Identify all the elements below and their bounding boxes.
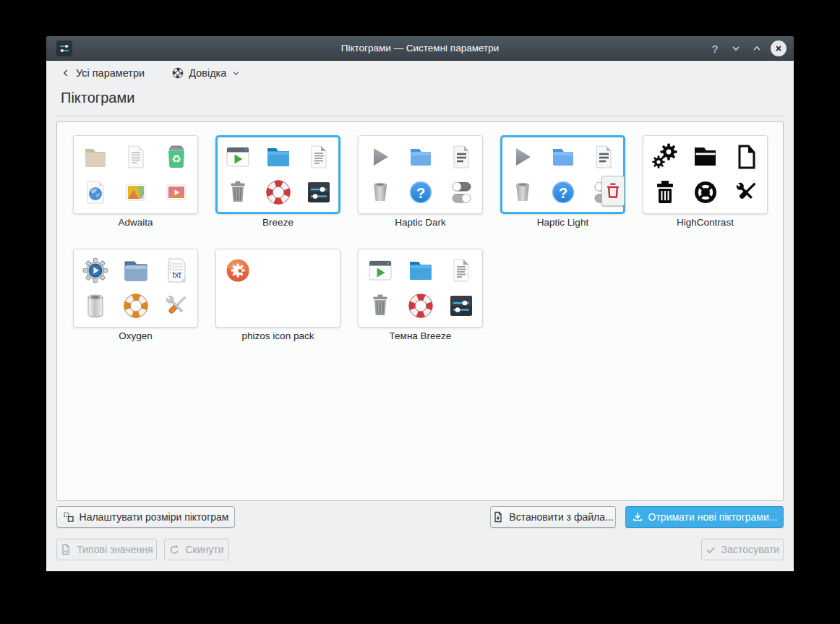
document-icon (304, 142, 334, 172)
empty-cell (263, 255, 293, 286)
help-menu-button[interactable]: Довідка (166, 64, 247, 82)
import-file-icon (492, 511, 504, 523)
play-icon (507, 142, 538, 172)
theme-label: HighContrast (643, 217, 768, 228)
theme-card-haptic-dark[interactable] (358, 135, 483, 214)
folder-icon (406, 255, 436, 286)
tools-icon (731, 177, 761, 208)
lifesaver-icon (263, 177, 293, 208)
folder-icon (80, 142, 111, 172)
theme-grid-frame: Adwaita Breeze Haptic Dark (56, 121, 784, 501)
folder-icon (263, 142, 293, 172)
close-button[interactable] (771, 40, 787, 56)
lifesaver-icon (406, 291, 436, 321)
trash-icon (365, 291, 395, 321)
folder-icon (406, 142, 436, 172)
play-icon (365, 142, 395, 172)
document-icon (588, 142, 619, 172)
trash-icon (650, 177, 680, 208)
reset-button[interactable]: Скинути (164, 539, 229, 560)
window-title: Піктограми — Системні параметри (46, 36, 794, 61)
document-icon (731, 142, 761, 172)
wheel-lifesaver-icon (690, 177, 721, 208)
system-settings-window: Піктограми — Системні параметри ? Усі па… (46, 36, 794, 571)
install-from-file-label: Встановити з файла... (509, 511, 613, 523)
empty-cell (304, 255, 334, 286)
toggle-switches-icon (588, 177, 619, 208)
theme-card-highcontrast[interactable] (643, 135, 768, 214)
theme-label: Adwaita (73, 217, 198, 228)
multimedia-window-icon (223, 142, 253, 172)
empty-cell (304, 291, 334, 321)
theme-label: Oxygen (73, 330, 198, 341)
back-chevron-icon (61, 68, 71, 78)
undo-icon (169, 544, 180, 555)
theme-card-haptic-light[interactable] (500, 135, 625, 214)
gears-icon (650, 142, 680, 172)
install-from-file-button[interactable]: Встановити з файла... (490, 506, 616, 528)
configure-icon-sizes-button[interactable]: Налаштувати розміри піктограм (56, 506, 235, 528)
get-new-icons-button[interactable]: Отримати нові піктограми... (625, 506, 784, 528)
document-icon (446, 255, 476, 286)
help-circle-icon (548, 177, 578, 208)
theme-label: Breeze (215, 217, 340, 228)
folder-icon (121, 255, 151, 286)
document-icon (121, 142, 151, 172)
delete-theme-button[interactable] (601, 176, 625, 206)
trash-icon (80, 291, 111, 321)
trash-icon (507, 177, 538, 208)
trash-icon (365, 177, 395, 208)
txt-document-icon (161, 255, 192, 286)
title-separator (55, 116, 785, 116)
empty-cell (223, 291, 253, 321)
reset-label: Скинути (185, 544, 223, 555)
theme-card-phizos[interactable] (215, 249, 340, 328)
toolbar: Усі параметри Довідка (46, 61, 794, 85)
defaults-label: Типові значення (77, 544, 153, 555)
back-label: Усі параметри (76, 67, 145, 79)
theme-label: Haptic Dark (358, 217, 483, 228)
theme-card-breeze-dark[interactable] (358, 249, 483, 328)
configure-icon-sizes-label: Налаштувати розміри піктограм (80, 511, 229, 523)
settings-sliders-icon (304, 177, 334, 208)
trash-icon (223, 177, 253, 208)
document-revert-icon (60, 544, 72, 555)
multimedia-window-icon (365, 255, 395, 286)
help-button[interactable]: ? (708, 41, 722, 56)
close-icon (773, 43, 784, 54)
photo-icon (121, 177, 151, 208)
scale-transform-icon (63, 511, 74, 523)
all-settings-back-button[interactable]: Усі параметри (55, 64, 150, 82)
help-circle-icon (406, 177, 436, 208)
theme-label: Темна Breeze (358, 330, 483, 341)
theme-card-oxygen[interactable] (73, 249, 198, 328)
toggle-switches-icon (446, 177, 476, 208)
minimize-button[interactable] (729, 41, 743, 56)
video-icon (161, 177, 192, 208)
recycle-bin-icon (161, 142, 192, 172)
document-icon (446, 142, 476, 172)
theme-label: Haptic Light (500, 217, 625, 228)
gear-play-icon (80, 255, 111, 286)
download-icon (632, 511, 643, 523)
folder-icon (548, 142, 578, 172)
defaults-button[interactable]: Типові значення (56, 539, 157, 560)
checkmark-icon (706, 544, 716, 555)
empty-cell (263, 291, 293, 321)
phizos-logo-icon (223, 255, 253, 286)
trash-delete-icon (602, 176, 624, 205)
desktop: { "window": { "title": "Піктограми — Сис… (0, 0, 840, 624)
theme-card-adwaita[interactable] (73, 135, 198, 214)
apply-button[interactable]: Застосувати (701, 539, 784, 560)
settings-sliders-icon (446, 291, 476, 321)
theme-card-breeze[interactable] (215, 135, 340, 214)
chevron-down-icon (231, 69, 241, 78)
maximize-button[interactable] (750, 41, 764, 56)
lifebuoy-help-icon (172, 67, 184, 79)
theme-label: phizos icon pack (215, 330, 340, 341)
lifesaver-icon (121, 291, 151, 321)
get-new-icons-label: Отримати нові піктограми... (648, 511, 778, 523)
titlebar[interactable]: Піктограми — Системні параметри ? (46, 36, 794, 61)
folder-icon (690, 142, 721, 172)
globe-document-icon (80, 177, 111, 208)
